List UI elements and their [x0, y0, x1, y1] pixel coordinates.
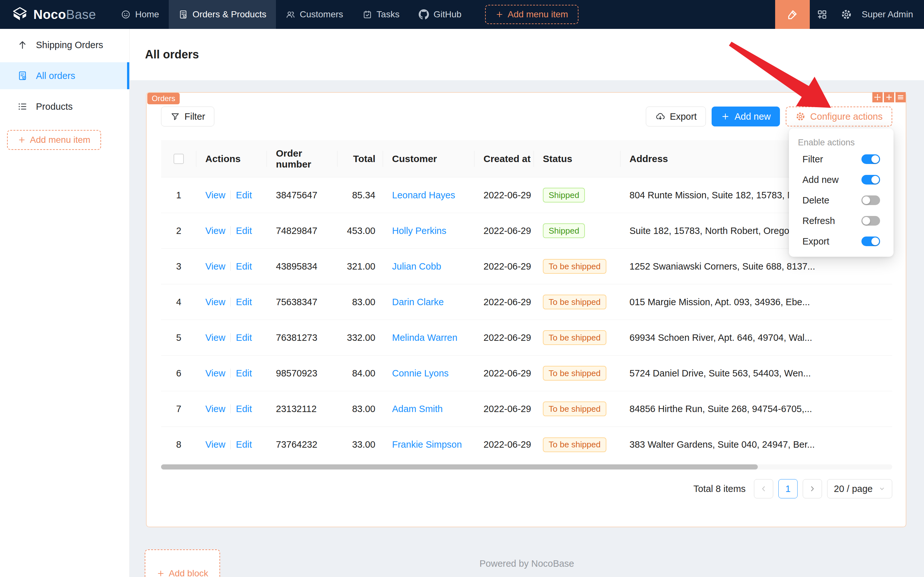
sidebar-item-shipping-orders[interactable]: Shipping Orders: [0, 31, 129, 58]
view-link[interactable]: View: [205, 332, 225, 343]
edit-link[interactable]: Edit: [236, 226, 252, 236]
topbar-add-menu-item-button[interactable]: Add menu item: [485, 5, 578, 24]
view-link[interactable]: View: [205, 226, 225, 236]
view-link[interactable]: View: [205, 261, 225, 272]
sidebar-item-products[interactable]: Products: [0, 93, 129, 120]
row-index: 4: [161, 284, 196, 320]
address-cell: 5724 Daniel Drive, Suite 563, 54403, Wen…: [620, 356, 892, 391]
dropdown-item-export[interactable]: Export: [789, 231, 893, 251]
sidebar-add-menu-item-label: Add menu item: [30, 135, 90, 145]
customer-link[interactable]: Holly Perkins: [392, 226, 446, 236]
edit-link[interactable]: Edit: [236, 190, 252, 201]
order-number-cell: 73764232: [267, 427, 338, 463]
view-link[interactable]: View: [205, 190, 225, 201]
scrollbar-thumb[interactable]: [161, 464, 758, 469]
total-cell: 453.00: [338, 213, 383, 248]
user-menu[interactable]: Super Admin: [862, 9, 913, 19]
sidebar-add-menu-item-button[interactable]: Add menu item: [7, 130, 101, 150]
customer-link[interactable]: Frankie Simpson: [392, 439, 462, 450]
pagination-next-button[interactable]: [803, 479, 822, 498]
edit-link[interactable]: Edit: [236, 368, 252, 379]
file-done-icon: [17, 71, 27, 81]
block-menu-icon[interactable]: [895, 92, 906, 102]
customer-link[interactable]: Adam Smith: [392, 404, 443, 414]
add-new-button[interactable]: Add new: [712, 106, 780, 126]
view-link[interactable]: View: [205, 439, 225, 450]
nav-item-label: Orders & Products: [193, 9, 266, 19]
sidebar: Shipping Orders All orders Products Add …: [0, 29, 130, 577]
column-header-status: Status: [534, 140, 620, 177]
refresh-toggle[interactable]: [861, 216, 880, 226]
dropdown-item-label: Add new: [802, 174, 839, 185]
add-block-icon[interactable]: [884, 92, 894, 102]
customer-link[interactable]: Darin Clarke: [392, 297, 444, 308]
sidebar-item-all-orders[interactable]: All orders: [0, 62, 129, 89]
customer-link[interactable]: Leonard Hayes: [392, 190, 455, 201]
filter-toggle[interactable]: [861, 154, 880, 164]
nav-item-customers[interactable]: Customers: [276, 0, 353, 29]
plus-icon: [721, 112, 730, 121]
nocobase-logo[interactable]: NocoBase: [11, 6, 96, 23]
filter-button[interactable]: Filter: [161, 106, 214, 126]
settings-button[interactable]: [834, 0, 858, 29]
cloud-download-icon: [655, 111, 665, 122]
chevron-down-icon: [879, 485, 885, 492]
created-at-cell: 2022-06-29: [475, 320, 534, 355]
customer-link[interactable]: Connie Lyons: [392, 368, 449, 379]
nav-item-orders-products[interactable]: Orders & Products: [169, 0, 276, 29]
total-cell: 321.00: [338, 249, 383, 284]
customer-link[interactable]: Melinda Warren: [392, 332, 457, 343]
edit-link[interactable]: Edit: [236, 297, 252, 308]
view-link[interactable]: View: [205, 297, 225, 308]
status-badge: To be shipped: [543, 437, 606, 452]
smile-icon: [121, 10, 130, 19]
dropdown-item-refresh[interactable]: Refresh: [789, 211, 893, 231]
dropdown-group-title: Enable actions: [789, 136, 893, 149]
divider: [230, 369, 231, 378]
dropdown-item-add-new[interactable]: Add new: [789, 169, 893, 190]
divider: [230, 226, 231, 235]
pagination-prev-button[interactable]: [754, 479, 773, 498]
status-badge: Shipped: [543, 223, 585, 238]
export-button[interactable]: Export: [646, 106, 706, 126]
edit-link[interactable]: Edit: [236, 404, 252, 414]
dropdown-item-label: Refresh: [802, 216, 835, 226]
dropdown-item-filter[interactable]: Filter: [789, 149, 893, 169]
address-cell: 84856 Hirthe Run, Suite 268, 94754-6705,…: [620, 391, 892, 427]
add-new-toggle[interactable]: [861, 175, 880, 185]
column-header-created-at: Created at: [475, 140, 534, 177]
view-link[interactable]: View: [205, 368, 225, 379]
edit-link[interactable]: Edit: [236, 261, 252, 272]
select-all-checkbox[interactable]: [174, 154, 184, 164]
orders-table: Actions Order number Total Customer Crea…: [161, 140, 892, 463]
row-index: 5: [161, 320, 196, 355]
nav-item-github[interactable]: GitHub: [409, 0, 471, 29]
delete-toggle[interactable]: [861, 195, 880, 205]
view-link[interactable]: View: [205, 404, 225, 414]
dropdown-item-label: Export: [802, 236, 829, 247]
configure-actions-label: Configure actions: [810, 111, 883, 122]
dropdown-item-delete[interactable]: Delete: [789, 190, 893, 211]
gear-icon: [795, 111, 806, 122]
nav-item-label: Home: [135, 9, 159, 19]
configure-actions-button[interactable]: Configure actions: [786, 106, 892, 126]
drag-handle-icon[interactable]: [872, 92, 883, 102]
edit-link[interactable]: Edit: [236, 439, 252, 450]
ui-editor-toggle-button[interactable]: [775, 0, 810, 29]
page-header: All orders: [130, 29, 924, 80]
pagination-page-1[interactable]: 1: [778, 479, 798, 498]
status-badge: To be shipped: [543, 330, 606, 345]
sidebar-item-label: Products: [36, 102, 72, 112]
edit-link[interactable]: Edit: [236, 332, 252, 343]
plus-icon: [18, 136, 26, 144]
created-at-cell: 2022-06-29: [475, 249, 534, 284]
page-size-select[interactable]: 20 / page: [827, 479, 892, 498]
nav-item-tasks[interactable]: Tasks: [353, 0, 409, 29]
export-button-label: Export: [670, 111, 697, 122]
status-badge: To be shipped: [543, 295, 606, 309]
sidebar-item-label: Shipping Orders: [36, 40, 103, 50]
export-toggle[interactable]: [861, 237, 880, 246]
plugin-blocks-button[interactable]: [810, 0, 834, 29]
customer-link[interactable]: Julian Cobb: [392, 261, 441, 272]
nav-item-home[interactable]: Home: [111, 0, 169, 29]
